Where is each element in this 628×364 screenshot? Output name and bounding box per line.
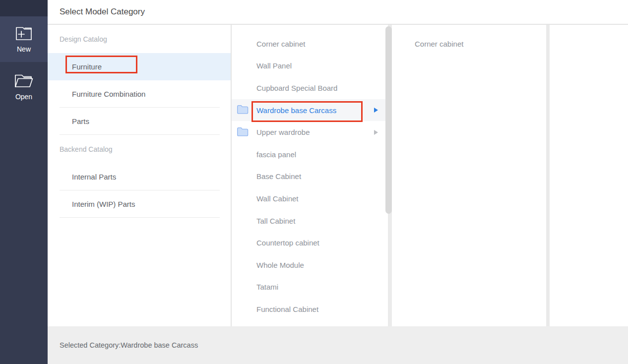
dialog-title: Select Model Category [60, 7, 145, 17]
category-item-countertop-cabinet[interactable]: Countertop cabinet [232, 232, 392, 254]
category-item-label: Wardrobe base Carcass [256, 106, 336, 115]
main-area: Select Model Category Design Catalog Fur… [48, 0, 628, 364]
catalog-item-internal-parts-label: Internal Parts [72, 173, 116, 181]
separator [60, 134, 220, 135]
category-item-label: Wall Panel [256, 61, 292, 70]
category-item-wall-panel[interactable]: Wall Panel [232, 55, 392, 77]
category-item-base-cabinet[interactable]: Base Cabinet [232, 166, 392, 188]
catalog-item-parts[interactable]: Parts [48, 108, 231, 135]
new-folder-icon [14, 25, 33, 41]
expand-arrow-icon [374, 130, 378, 135]
catalog-item-furniture-label: Furniture [72, 62, 102, 71]
catalog-panel: Design Catalog Furniture Furniture Combi… [48, 25, 232, 326]
subcategory-item-label: Corner cabinet [415, 40, 463, 48]
category-item-whole-module[interactable]: Whole Module [232, 254, 392, 276]
subcategory-panel: Corner cabinet [392, 25, 546, 326]
category-item-functional-cabinet[interactable]: Functional Cabinet [232, 298, 392, 320]
sidebar: New Open [0, 0, 48, 364]
scrollbar-thumb[interactable] [385, 26, 392, 214]
category-item-label: Countertop cabinet [256, 239, 319, 247]
category-item-fascia-panel[interactable]: fascia panel [232, 143, 392, 166]
empty-panel [550, 25, 628, 326]
separator [60, 217, 220, 218]
category-item-label: Base Cabinet [256, 172, 301, 181]
group-header-backend-catalog: Backend Catalog [48, 135, 231, 163]
panel-divider [546, 25, 550, 326]
category-panel: Corner cabinet Wall Panel Cupboard Speci… [232, 25, 392, 326]
status-bar: Selected Category:Wardrobe base Carcass [48, 326, 628, 364]
group-header-design-catalog: Design Catalog [48, 25, 231, 53]
selected-category-text: Selected Category:Wardrobe base Carcass [60, 341, 198, 349]
open-button-label: Open [15, 93, 32, 101]
category-item-cupboard-special-board[interactable]: Cupboard Special Board [232, 77, 392, 99]
category-item-label: Tatami [256, 283, 278, 291]
category-item-label: fascia panel [256, 150, 296, 159]
category-item-wardrobe-base-carcass[interactable]: Wardrobe base Carcass [232, 99, 392, 121]
catalog-item-furniture-combination-label: Furniture Combination [72, 90, 145, 98]
open-button[interactable]: Open [0, 62, 48, 112]
category-item-label: Tall Cabinet [256, 217, 295, 225]
folder-icon [237, 126, 249, 138]
category-item-label: Functional Cabinet [256, 305, 318, 313]
category-item-upper-wardrobe[interactable]: Upper wardrobe [232, 121, 392, 143]
app-window: New Open Select Model Category Design Ca… [0, 0, 628, 364]
category-item-label: Cupboard Special Board [256, 84, 337, 92]
category-item-tall-cabinet[interactable]: Tall Cabinet [232, 210, 392, 232]
category-item-label: Wall Cabinet [256, 194, 298, 203]
category-item-label: Upper wardrobe [256, 128, 310, 136]
catalog-item-interim-wip-parts-label: Interim (WIP) Parts [72, 200, 135, 208]
expand-arrow-icon [374, 108, 378, 113]
sidebar-top-strip [0, 0, 48, 16]
catalog-item-internal-parts[interactable]: Internal Parts [48, 163, 231, 190]
catalog-item-furniture[interactable]: Furniture [48, 53, 231, 80]
dialog-title-bar: Select Model Category [48, 0, 628, 25]
subcategory-item-corner-cabinet[interactable]: Corner cabinet [392, 33, 546, 55]
new-button[interactable]: New [0, 16, 48, 62]
category-item-wall-cabinet[interactable]: Wall Cabinet [232, 187, 392, 210]
category-item-tatami[interactable]: Tatami [232, 276, 392, 299]
category-item-label: Whole Module [256, 261, 304, 269]
category-item-label: Corner cabinet [256, 40, 305, 48]
catalog-item-interim-wip-parts[interactable]: Interim (WIP) Parts [48, 190, 231, 218]
open-folder-icon [14, 73, 34, 89]
catalog-item-furniture-combination[interactable]: Furniture Combination [48, 80, 231, 108]
folder-icon [237, 105, 249, 116]
content-area: Design Catalog Furniture Furniture Combi… [48, 25, 628, 326]
category-item-corner-cabinet[interactable]: Corner cabinet [232, 33, 392, 55]
new-button-label: New [17, 45, 31, 53]
catalog-item-parts-label: Parts [72, 117, 89, 125]
